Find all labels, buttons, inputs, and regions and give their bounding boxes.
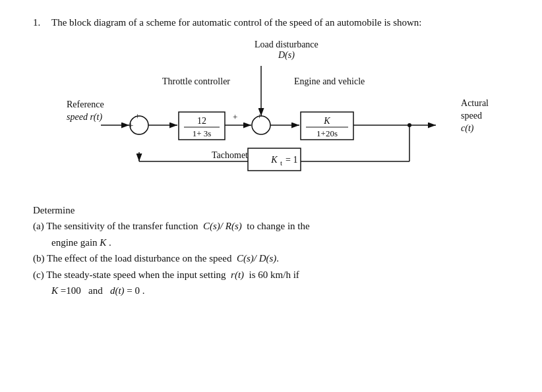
part-a-text2: to change in the [242,219,310,234]
page: 1. The block diagram of a scheme for aut… [0,0,542,392]
part-c-text2: is 60 km/h if [244,267,299,283]
svg-text:+: + [135,111,140,121]
svg-text:= 1: = 1 [286,155,297,165]
svg-text:+: + [233,112,237,122]
part-c-text: (c) The steady-state speed when the inpu… [33,267,231,283]
part-b-line: (b) The effect of the load disturbance o… [33,251,516,266]
svg-text:K: K [323,116,330,126]
part-a-text: (a) The sensitivity of the transfer func… [33,219,203,234]
part-c-math: r(t) [231,267,244,283]
determine-section: Determine (a) The sensitivity of the tra… [33,203,516,298]
svg-text:K: K [270,155,278,165]
question-header: 1. The block diagram of a scheme for aut… [33,16,516,30]
determine-title: Determine [33,203,516,218]
svg-text:12: 12 [197,116,206,126]
svg-text:1+ 3s: 1+ 3s [193,128,212,138]
question-text: The block diagram of a scheme for automa… [51,16,516,30]
block-diagram-area: Load disturbance D(s) Throttle controlle… [60,40,489,191]
part-b-period: . [276,251,279,266]
svg-text:+: + [129,121,133,130]
part-c-line: (c) The steady-state speed when the inpu… [33,267,516,283]
svg-text:−: − [135,129,140,139]
part-c-indent: K =100 and d(t) = 0 . [51,283,516,298]
part-b-text: (b) The effect of the load disturbance o… [33,251,237,266]
svg-text:t: t [280,159,282,167]
part-a-math: C(s)/ R(s) [203,219,242,234]
svg-text:1+20s: 1+20s [316,128,338,138]
block-diagram-svg: + + − 12 1+ 3s + + [60,40,489,191]
part-a-line: (a) The sensitivity of the transfer func… [33,219,516,234]
part-b-math: C(s)/ D(s) [237,251,276,266]
question-number: 1. [33,16,46,30]
and-word: and [86,285,105,296]
part-a-indent: engine gain K . [51,235,516,250]
